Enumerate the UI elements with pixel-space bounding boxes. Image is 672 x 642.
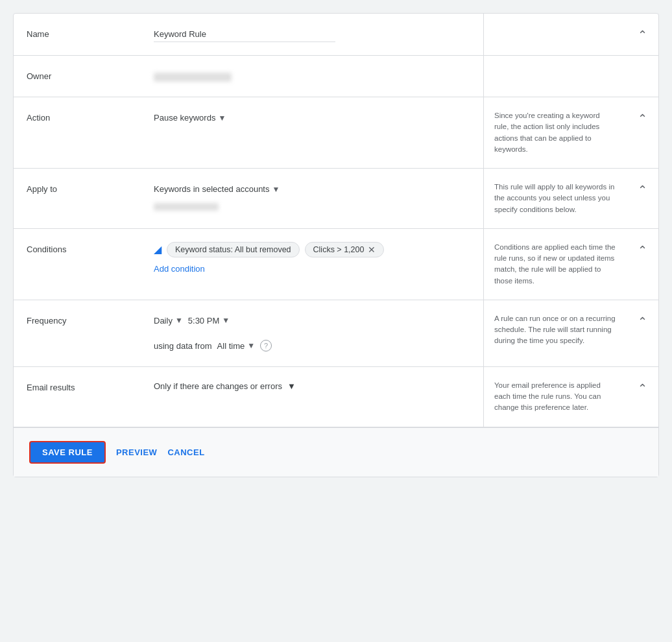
frequency-section: Frequency Daily ▼ 5:30 PM ▼ using data f… (14, 300, 658, 367)
owner-content (143, 56, 483, 97)
owner-label: Owner (14, 56, 143, 97)
email-section: Email results Only if there are changes … (14, 367, 658, 427)
help-icon[interactable]: ? (260, 340, 272, 351)
action-dropdown-label: Pause keywords (154, 113, 215, 123)
data-dropdown-label: All time (217, 341, 245, 351)
apply-toggle[interactable]: ⌃ (626, 169, 658, 228)
email-content: Only if there are changes or errors ▼ (143, 367, 483, 427)
footer: SAVE RULE PREVIEW CANCEL (14, 427, 658, 477)
frequency-label: Frequency (14, 300, 143, 366)
action-toggle[interactable]: ⌃ (626, 97, 658, 168)
cancel-button[interactable]: CANCEL (167, 447, 204, 457)
apply-dropdown-label: Keywords in selected accounts (154, 184, 269, 194)
conditions-content: ◢ Keyword status: All but removed Clicks… (143, 229, 483, 300)
action-label: Action (14, 97, 143, 168)
action-content: Pause keywords ▼ (143, 97, 483, 168)
owner-value-blur (154, 73, 232, 82)
data-dropdown-arrow-icon: ▼ (247, 341, 255, 350)
name-chevron-icon[interactable]: ⌃ (638, 28, 647, 42)
frequency-content: Daily ▼ 5:30 PM ▼ using data from All ti… (143, 300, 483, 366)
apply-label: Apply to (14, 169, 143, 228)
chip1-label: Keyword status: All but removed (175, 245, 291, 254)
apply-dropdown[interactable]: Keywords in selected accounts ▼ (154, 182, 280, 196)
action-dropdown[interactable]: Pause keywords ▼ (154, 110, 226, 125)
filter-icon: ◢ (154, 243, 162, 256)
conditions-row: ◢ Keyword status: All but removed Clicks… (154, 242, 473, 257)
apply-content: Keywords in selected accounts ▼ (143, 169, 483, 228)
action-hint: Since you're creating a keyword rule, th… (483, 97, 626, 168)
rule-form: Name ⌃ Owner Action Pause keywords ▼ Sin… (13, 13, 659, 477)
data-from-row: using data from All time ▼ ? (154, 339, 473, 353)
conditions-hint: Conditions are applied each time the rul… (483, 229, 626, 300)
conditions-chevron-icon[interactable]: ⌃ (638, 243, 647, 257)
frequency-hint: A rule can run once or on a recurring sc… (483, 300, 626, 366)
frequency-toggle[interactable]: ⌃ (626, 300, 658, 366)
email-toggle[interactable]: ⌃ (626, 367, 658, 427)
condition-chip-1[interactable]: Keyword status: All but removed (167, 242, 300, 257)
action-dropdown-arrow-icon: ▼ (218, 113, 226, 123)
apply-account-blur (154, 203, 219, 211)
email-dropdown-label: Only if there are changes or errors (154, 381, 282, 391)
frequency-row: Daily ▼ 5:30 PM ▼ (154, 313, 473, 328)
apply-chevron-icon[interactable]: ⌃ (638, 183, 647, 197)
name-content (143, 14, 483, 55)
action-section: Action Pause keywords ▼ Since you're cre… (14, 97, 658, 169)
owner-section: Owner (14, 56, 658, 97)
email-hint: Your email preference is applied each ti… (483, 367, 626, 427)
name-toggle[interactable]: ⌃ (626, 14, 658, 55)
time-dropdown[interactable]: 5:30 PM ▼ (188, 313, 230, 328)
freq-dropdown-label: Daily (154, 316, 173, 326)
conditions-section: Conditions ◢ Keyword status: All but rem… (14, 229, 658, 300)
name-label: Name (14, 14, 143, 55)
time-dropdown-arrow-icon: ▼ (222, 316, 230, 325)
name-hint (483, 14, 626, 55)
name-input[interactable] (154, 27, 335, 42)
email-dropdown[interactable]: Only if there are changes or errors ▼ (154, 381, 296, 391)
name-section: Name ⌃ (14, 14, 658, 56)
action-chevron-icon[interactable]: ⌃ (638, 112, 647, 126)
owner-hint (483, 56, 626, 97)
owner-toggle (626, 56, 658, 97)
condition-chip-2[interactable]: Clicks > 1,200 ✕ (305, 242, 385, 257)
using-data-label: using data from (154, 341, 212, 351)
email-dropdown-arrow-icon: ▼ (287, 381, 296, 391)
email-chevron-icon[interactable]: ⌃ (638, 381, 647, 396)
save-rule-button[interactable]: SAVE RULE (29, 441, 106, 464)
apply-section: Apply to Keywords in selected accounts ▼… (14, 169, 658, 229)
chip2-close-icon[interactable]: ✕ (368, 245, 376, 254)
freq-dropdown[interactable]: Daily ▼ (154, 313, 183, 328)
apply-dropdown-arrow-icon: ▼ (272, 185, 280, 194)
conditions-label: Conditions (14, 229, 143, 300)
preview-button[interactable]: PREVIEW (116, 447, 157, 457)
chip2-label: Clicks > 1,200 (313, 245, 365, 254)
frequency-chevron-icon[interactable]: ⌃ (638, 315, 647, 329)
data-dropdown[interactable]: All time ▼ (217, 339, 256, 353)
email-label: Email results (14, 367, 143, 427)
freq-dropdown-arrow-icon: ▼ (175, 316, 183, 325)
apply-hint: This rule will apply to all keywords in … (483, 169, 626, 228)
conditions-toggle[interactable]: ⌃ (626, 229, 658, 300)
add-condition-link[interactable]: Add condition (154, 264, 473, 274)
time-dropdown-label: 5:30 PM (188, 316, 219, 326)
